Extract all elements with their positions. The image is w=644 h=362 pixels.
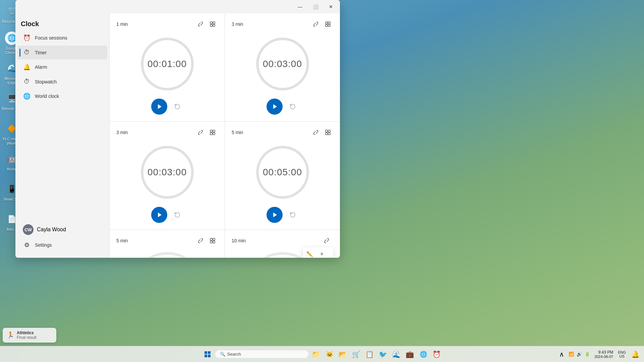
svg-rect-30	[210, 241, 212, 243]
timer-5min-1-reset-button[interactable]	[287, 209, 299, 221]
timer-3min-2-reset-button[interactable]	[171, 209, 183, 221]
timer-3min-1-actions	[310, 19, 333, 29]
svg-rect-14	[210, 130, 212, 132]
sidebar: Clock ⏰ Focus sessions ⏱ Timer 🔔 Alarm ⏱…	[15, 13, 109, 258]
sidebar-item-settings[interactable]: ⚙ Settings	[17, 238, 107, 252]
timer-1min-play-button[interactable]	[151, 99, 167, 115]
windows-logo	[204, 351, 211, 357]
timer-1min-actions	[195, 19, 218, 29]
notification-icon: 🏃	[7, 331, 14, 339]
timer-3min-2-time: 00:03:00	[148, 167, 187, 178]
timer-5min-1-tile-button[interactable]	[323, 127, 333, 138]
taskbar-teams[interactable]: 💼	[404, 348, 416, 360]
sidebar-item-focus-sessions-label: Focus sessions	[35, 35, 67, 41]
app-title: Clock	[15, 16, 109, 31]
timer-3min-2-play-button[interactable]	[151, 207, 167, 223]
world-clock-icon: 🌐	[23, 93, 31, 100]
sidebar-item-alarm-label: Alarm	[35, 64, 47, 70]
taskbar-chrome[interactable]: 🌐	[417, 348, 429, 360]
sidebar-item-world-clock[interactable]: 🌐 World clock	[17, 89, 107, 103]
timer-3min-1-tile-button[interactable]	[323, 19, 333, 29]
maximize-button[interactable]: ⬜	[308, 1, 323, 12]
clock-display[interactable]: 9:43 PM 2024-08-07	[593, 350, 614, 359]
timer-cell-1min: 1 min	[110, 13, 225, 121]
notification-bell[interactable]: 🔔	[629, 348, 641, 360]
timer-10min-edit-button[interactable]: ✏️	[304, 249, 315, 258]
timer-5min-1-expand-button[interactable]	[310, 127, 321, 138]
timer-3min-2-circle-container: 00:03:00	[116, 140, 218, 204]
timer-3min-1-circle-container: 00:03:00	[232, 32, 333, 96]
timer-3min-1-header: 3 min	[232, 19, 333, 29]
minimize-button[interactable]: —	[292, 1, 308, 12]
taskbar-app-2[interactable]: 🐦	[377, 348, 389, 360]
timer-3min-2-tile-button[interactable]	[207, 127, 218, 138]
timer-5min-1-circle: 00:05:00	[254, 144, 311, 201]
timer-5min-2-expand-button[interactable]	[195, 235, 206, 246]
svg-marker-27	[273, 213, 277, 217]
taskbar-edge[interactable]: 🌊	[391, 348, 403, 360]
timer-10min-expand-button[interactable]	[321, 235, 332, 246]
focus-sessions-icon: ⏰	[23, 34, 31, 42]
taskbar-date: 2024-08-07	[594, 355, 613, 359]
sidebar-item-timer[interactable]: ⏱ Timer	[17, 46, 107, 59]
svg-rect-9	[326, 24, 328, 26]
svg-marker-20	[158, 213, 162, 217]
timer-5min-1-play-button[interactable]	[267, 207, 283, 223]
search-icon: 🔍	[220, 352, 225, 357]
timer-3min-1-expand-button[interactable]	[310, 19, 321, 29]
start-button[interactable]	[201, 348, 214, 360]
user-profile[interactable]: CW Cayla Wood	[17, 222, 107, 238]
svg-rect-15	[213, 130, 215, 132]
taskbar-file-explorer[interactable]: 📁	[310, 348, 322, 360]
region-text: US	[619, 354, 624, 358]
timer-3min-2-label: 3 min	[116, 130, 128, 135]
timer-3min-1-reset-button[interactable]	[287, 101, 299, 113]
timer-3min-1-play-button[interactable]	[267, 99, 283, 115]
svg-rect-10	[328, 24, 330, 26]
sidebar-item-alarm[interactable]: 🔔 Alarm	[17, 60, 107, 74]
timer-3min-1-circle: 00:03:00	[254, 36, 311, 93]
timer-10min-add-button[interactable]: +	[316, 249, 327, 258]
sidebar-item-settings-label: Settings	[35, 242, 52, 248]
taskbar-app-1[interactable]: 📋	[364, 348, 376, 360]
battery-icon[interactable]: 🔋	[584, 351, 591, 357]
timer-cell-5min-1: 5 min 00:05:00	[225, 122, 340, 230]
timer-1min-tile-button[interactable]	[207, 19, 218, 29]
user-avatar: CW	[23, 224, 34, 235]
svg-rect-1	[213, 22, 215, 24]
timer-5min-2-actions	[195, 235, 218, 246]
timer-5min-2-tile-button[interactable]	[207, 235, 218, 246]
taskbar-file-manager[interactable]: 📂	[337, 348, 349, 360]
svg-rect-28	[210, 238, 212, 240]
speaker-icon[interactable]: 🔊	[576, 351, 583, 357]
sidebar-item-stopwatch[interactable]: ⏱ Stopwatch	[17, 75, 107, 88]
close-button[interactable]: ✕	[323, 1, 339, 12]
search-bar[interactable]: 🔍 Search	[215, 350, 309, 358]
title-bar: — ⬜ ✕	[15, 0, 340, 13]
timer-1min-reset-button[interactable]	[171, 101, 183, 113]
timer-5min-1-label: 5 min	[232, 130, 243, 135]
timer-10min-header: 10 min ✏️ +	[232, 235, 333, 246]
timer-1min-expand-button[interactable]	[195, 19, 206, 29]
svg-rect-16	[210, 133, 212, 135]
notification-subtitle: Final result	[17, 335, 37, 340]
timer-1min-controls	[116, 96, 218, 115]
sidebar-item-focus-sessions[interactable]: ⏰ Focus sessions	[17, 31, 107, 45]
sys-icons: 📶 🔊 🔋	[568, 351, 591, 357]
svg-rect-17	[213, 133, 215, 135]
network-icon[interactable]: 📶	[568, 351, 575, 357]
svg-rect-7	[326, 22, 328, 24]
timer-1min-label: 1 min	[116, 21, 128, 27]
timer-3min-2-header: 3 min	[116, 127, 218, 138]
timer-3min-1-controls	[232, 96, 333, 115]
language-indicator[interactable]: ENG US	[617, 350, 627, 358]
taskbar-icon-yellow[interactable]: 🐱	[324, 348, 336, 360]
timer-3min-2-expand-button[interactable]	[195, 127, 206, 138]
timer-1min-circle-container: 00:01:00	[116, 32, 218, 96]
taskbar-clock-app[interactable]: ⏰	[431, 348, 443, 360]
timer-10min-actions: ✏️ +	[321, 235, 333, 246]
taskbar-chevron-up[interactable]: ∧	[558, 348, 566, 360]
taskbar-microsoft-store[interactable]: 🛒	[350, 348, 362, 360]
timer-3min-2-circle: 00:03:00	[139, 144, 196, 201]
taskbar-right: ∧ 📶 🔊 🔋 9:43 PM 2024-08-07 ENG US 🔔	[558, 348, 641, 360]
